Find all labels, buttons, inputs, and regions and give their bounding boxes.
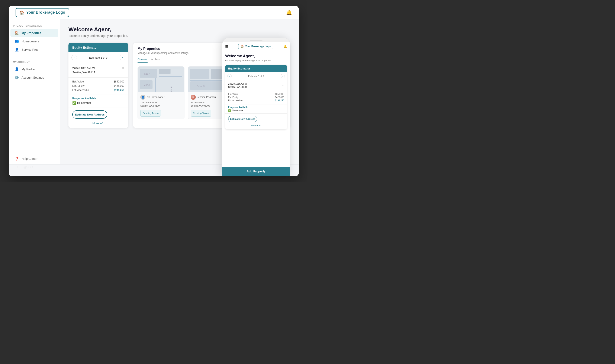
equity-header: Equity Estimator [68,43,128,52]
mobile-est-accessible-row: Est. Accessible $191,250 [228,99,284,102]
equity-next-button[interactable]: › [120,55,125,60]
mobile-menu-icon[interactable]: ☰ [225,45,228,49]
sidebar-item-account-settings[interactable]: ⚙️ Account Settings [11,73,58,82]
mobile-notch [222,38,290,42]
homeowner-label: Homeowner [77,102,91,104]
svg-rect-4 [155,78,156,92]
sidebar-label-account-settings: Account Settings [22,76,44,79]
mobile-equity-nav-label: Estimate 1 of 3 [248,75,264,77]
sidebar: Project Management 🏠 My Properties 👥 Hom… [9,19,60,176]
estimate-new-address-button[interactable]: Estimate New Address [72,110,107,119]
sidebar-divider [9,57,60,57]
est-equity-row: Est. Equity $425,000 [72,84,124,87]
mobile-top-bar: ☰ 🏠 Your Brokerage Logo 🔔 [222,42,290,51]
mobile-check-icon: ✅ [228,109,231,112]
property-address-1: 1182 5th Ave W Seattle, WA 98109 [140,101,182,108]
mobile-equity-close[interactable]: ✕ [282,82,284,89]
mobile-est-accessible: $191,250 [275,99,284,102]
svg-rect-2 [159,69,171,74]
chevron-right-icon: › [158,112,159,115]
notification-bell[interactable]: 🔔 [286,10,292,15]
equity-values: Est. Value $850,000 Est. Equity $425,000… [68,78,128,94]
svg-text:Fulton St: Fulton St [197,85,205,87]
est-value-row: Est. Value $850,000 [72,80,124,83]
mobile-est-equity-label: Est. Equity [228,96,238,98]
est-accessible: $191,250 [114,89,124,92]
sidebar-item-homeowners[interactable]: 👥 Homeowners [11,37,58,45]
svg-rect-10 [190,69,209,79]
mobile-welcome-sub: Estimate equity and manage your properti… [225,59,287,62]
service-pros-icon: 👤 [15,48,19,52]
tab-archive[interactable]: Archive [151,58,160,63]
svg-rect-5 [159,76,182,77]
mobile-est-equity-row: Est. Equity $425,000 [228,96,284,98]
mobile-est-value-label: Est. Value [228,93,238,95]
mobile-equity-prev[interactable]: ‹ [227,74,232,78]
check-icon: ✅ [72,101,76,105]
owner-info-2: JP Jessica Pearson [191,95,216,100]
welcome-heading: Welcome Agent, [68,26,290,33]
sidebar-item-service-pros[interactable]: 👤 Service Pros [11,45,58,54]
home-icon: 🏠 [15,31,19,35]
sidebar-label-help-center: Help Center [22,157,38,160]
sidebar-label-service-pros: Service Pros [22,48,38,51]
mobile-equity-values: Est. Value $850,000 Est. Equity $425,000… [225,91,287,104]
mobile-equity-next[interactable]: › [281,74,285,78]
settings-icon: ⚙️ [15,76,19,79]
equity-estimator-card: Equity Estimator ‹ Estimate 1 of 3 › 248… [68,43,128,128]
equity-nav-label: Estimate 1 of 3 [89,56,108,59]
property-card-1-body: 👤 No Homeowner ··· 1182 5th Ave W Seattl… [138,92,184,119]
sidebar-item-my-properties[interactable]: 🏠 My Properties [11,29,58,37]
equity-close-button[interactable]: ✕ [122,66,124,69]
pending-tasks-button-2[interactable]: Pending Tasks › [191,110,211,117]
est-accessible-row: Est. Accessible $191,250 [72,89,124,92]
mobile-est-equity: $425,000 [275,96,284,98]
sidebar-item-my-profile[interactable]: 👤 My Profile [11,65,58,73]
property-owner-row-1: 👤 No Homeowner ··· [140,95,182,100]
owner-name-2: Jessica Pearson [197,96,216,99]
tab-current[interactable]: Current [137,58,147,63]
property-card-1: 2447 2443 5th Ave W 👤 No Homeowner [137,66,185,119]
sidebar-item-help-center[interactable]: ❓ Help Center [11,155,58,163]
equity-prev-button[interactable]: ‹ [71,55,77,60]
pending-tasks-label-1: Pending Tasks [143,112,158,115]
chevron-right-icon-2: › [208,112,209,115]
brokerage-logo[interactable]: 🏠 Your Brokerage Logo [15,8,69,17]
equity-nav: ‹ Estimate 1 of 3 › [68,52,128,63]
project-management-label: Project Management [9,25,60,27]
est-equity-label: Est. Equity [72,84,84,87]
mobile-homeowner-badge: ✅ Homeowner [228,109,284,112]
more-options-1[interactable]: ··· [178,95,182,99]
est-value: $850,000 [114,80,124,83]
my-account-label: My Account [9,61,60,63]
mobile-welcome-heading: Welcome Agent, [225,54,287,58]
more-info-link[interactable]: More Info [68,120,128,128]
homeowners-icon: 👥 [15,39,19,43]
mobile-est-value: $850,000 [275,93,284,95]
pending-tasks-button-1[interactable]: Pending Tasks › [140,110,161,117]
mobile-equity-header: Equity Estimator [225,65,287,72]
notch-bar [250,40,263,40]
est-accessible-label: Est. Accessible [72,89,90,92]
mobile-equity-card: Equity Estimator ‹ Estimate 1 of 3 › 248… [225,65,287,129]
home-icon: 🏠 [19,10,24,15]
owner-name-1: No Homeowner [147,96,164,99]
logo-text: Your Brokerage Logo [26,10,65,15]
profile-icon: 👤 [15,67,19,71]
mobile-homeowner-label: Homeowner [232,109,243,112]
programs-section: Programs Available ✅ Homeowner [68,94,128,107]
est-equity: $425,000 [114,84,124,87]
mobile-logo-text: Your Brokerage Logo [245,45,271,48]
mobile-add-property-button[interactable]: Add Property [222,167,290,176]
sidebar-label-my-profile: My Profile [22,67,35,71]
browser-window: 🏠 Your Brokerage Logo 🔔 Project Manageme… [9,6,299,176]
est-value-label: Est. Value [72,80,84,83]
mobile-brokerage-logo[interactable]: 🏠 Your Brokerage Logo [238,44,273,49]
help-icon: ❓ [15,157,19,161]
mobile-programs-label: Programs Available [228,106,284,108]
pending-tasks-label-2: Pending Tasks [193,112,208,115]
mobile-more-info-link[interactable]: More Info [225,123,287,129]
mobile-bell-icon[interactable]: 🔔 [283,45,287,48]
mobile-estimate-new-address-button[interactable]: Estimate New Address [228,116,257,122]
mobile-est-value-row: Est. Value $850,000 [228,93,284,95]
